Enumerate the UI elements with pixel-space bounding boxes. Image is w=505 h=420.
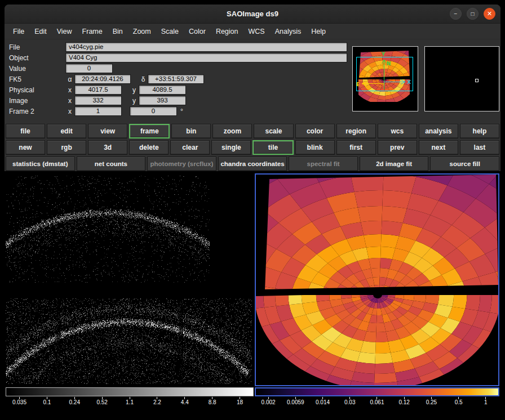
menu-region[interactable]: Region xyxy=(211,25,243,38)
menu-frame[interactable]: Frame xyxy=(77,25,108,38)
object-field[interactable]: V404 Cyg xyxy=(65,53,347,62)
close-button[interactable]: ✕ xyxy=(484,8,495,20)
info-rows: File v404cyg.pie Object V404 Cyg Value 0… xyxy=(5,42,347,117)
frame-prev-button[interactable]: prev xyxy=(378,140,417,155)
toolbar-row-2: new rgb 3d delete clear single tile blin… xyxy=(6,140,499,155)
colorbar-tick-label: 0.1 xyxy=(43,400,51,405)
frame-new-button[interactable]: new xyxy=(6,140,45,155)
chandra-coordinates-button[interactable]: chandra coordinates xyxy=(218,157,287,171)
2d-image-fit-button[interactable]: 2d image fit xyxy=(360,157,429,171)
colorbar-tick-label: 2.2 xyxy=(153,400,161,405)
panner-canvas[interactable] xyxy=(353,47,418,111)
frame2-image[interactable] xyxy=(256,175,498,385)
colorbar-tick-label: 0.0059 xyxy=(287,400,304,405)
menu-edit[interactable]: Edit xyxy=(29,25,52,38)
image-area: 0.035 0.1 0.24 0.52 1.1 2.2 4.4 8.8 18 0… xyxy=(5,171,500,415)
frame-rotation-field[interactable]: 0 xyxy=(130,106,177,116)
menu-wcs[interactable]: WCS xyxy=(243,25,270,38)
file-field[interactable]: v404cyg.pie xyxy=(65,42,347,52)
colorbar-frame1: 0.035 0.1 0.24 0.52 1.1 2.2 4.4 8.8 18 xyxy=(6,387,254,406)
frame-x-label: x xyxy=(65,108,74,115)
menu-zoom[interactable]: Zoom xyxy=(128,25,156,38)
toolbar-row-3: statistics (dmstat) net counts photometr… xyxy=(6,157,499,171)
frame-3d-button[interactable]: 3d xyxy=(88,140,127,155)
frame1-image[interactable] xyxy=(6,173,254,386)
frame-delete-button[interactable]: delete xyxy=(129,140,169,155)
menu-help[interactable]: Help xyxy=(306,25,331,38)
toolbar-help-button[interactable]: help xyxy=(460,124,499,138)
toolbar-wcs-button[interactable]: wcs xyxy=(378,124,417,138)
inferno-colorbar[interactable] xyxy=(255,387,499,396)
frame-single-button[interactable]: single xyxy=(211,140,251,155)
info-row-object: Object V404 Cyg xyxy=(5,52,347,63)
spectral-fit-button: spectral fit xyxy=(289,157,358,171)
toolbar-color-button[interactable]: color xyxy=(295,124,335,138)
toolbar-file-button[interactable]: file xyxy=(6,124,45,138)
colorbar-tick-label: 0.035 xyxy=(12,400,26,405)
info-row-value: Value 0 xyxy=(5,63,347,74)
physical-y-field[interactable]: 4089.5 xyxy=(139,85,186,95)
info-row-frame: Frame 2 x 1 0 ° xyxy=(5,106,347,117)
info-row-image: Image x 332 y 393 xyxy=(5,95,347,106)
toolbar-analysis-button[interactable]: analysis xyxy=(419,124,458,138)
value-field[interactable]: 0 xyxy=(65,64,113,73)
image-x-field[interactable]: 332 xyxy=(74,96,122,105)
frame-last-button[interactable]: last xyxy=(460,140,499,155)
photometry-button: photometry (srcflux) xyxy=(147,157,216,171)
dec-field[interactable]: +33:51:59.307 xyxy=(148,74,204,84)
info-panel: File v404cyg.pie Object V404 Cyg Value 0… xyxy=(5,39,500,123)
menu-color[interactable]: Color xyxy=(184,25,211,38)
ds9-window: SAOImage ds9 − □ ✕ File Edit View Frame … xyxy=(5,5,500,415)
toolbar-scale-button[interactable]: scale xyxy=(254,124,293,138)
file-label: File xyxy=(5,43,65,51)
window-controls: − □ ✕ xyxy=(450,5,495,23)
frame-clear-button[interactable]: clear xyxy=(170,140,210,155)
toolbar-frame-button[interactable]: frame xyxy=(129,124,170,138)
degree-symbol: ° xyxy=(180,108,183,115)
window-title: SAOImage ds9 xyxy=(227,10,278,18)
frame1[interactable] xyxy=(6,173,254,386)
colorbar-tick-label: 0.52 xyxy=(96,400,107,405)
frame-first-button[interactable]: first xyxy=(336,140,376,155)
frame-zoom-field[interactable]: 1 xyxy=(74,106,122,116)
maximize-button[interactable]: □ xyxy=(467,8,479,20)
toolbar-view-button[interactable]: view xyxy=(88,124,127,138)
fk5-label: FK5 xyxy=(5,75,65,83)
image-label: Image xyxy=(5,97,65,105)
colorbar-frame2: 0.002 0.0059 0.014 0.03 0.061 0.12 0.25 … xyxy=(255,387,499,406)
statistics-button[interactable]: statistics (dmstat) xyxy=(6,157,75,171)
frame-next-button[interactable]: next xyxy=(419,140,458,155)
net-counts-button[interactable]: net counts xyxy=(77,157,146,171)
source-fill-button[interactable]: source fill xyxy=(430,157,499,171)
info-row-file: File v404cyg.pie xyxy=(5,42,347,52)
toolbar-edit-button[interactable]: edit xyxy=(47,124,86,138)
colorbar-tick-label: 0.061 xyxy=(370,400,384,405)
menu-analysis[interactable]: Analysis xyxy=(270,25,307,38)
titlebar[interactable]: SAOImage ds9 − □ ✕ xyxy=(5,5,500,24)
delta-symbol: δ xyxy=(139,75,148,83)
magnifier-cursor-box xyxy=(475,79,479,82)
colorbar-tick-label: 0.24 xyxy=(69,400,79,405)
frame-rgb-button[interactable]: rgb xyxy=(47,140,86,155)
colorbar-tick-label: 0.014 xyxy=(316,400,330,405)
menu-file[interactable]: File xyxy=(8,25,29,38)
info-row-fk5: FK5 α 20:24:09.4126 δ +33:51:59.307 xyxy=(5,74,347,84)
colorbar-tick-label: 8.8 xyxy=(209,400,216,405)
grayscale-colorbar[interactable] xyxy=(6,387,254,396)
physical-x-field[interactable]: 4017.5 xyxy=(74,85,122,95)
frame-blink-button[interactable]: blink xyxy=(295,140,335,155)
physical-label: Physical xyxy=(5,86,65,94)
image-y-field[interactable]: 393 xyxy=(139,96,186,105)
menu-view[interactable]: View xyxy=(52,25,77,38)
toolbar-bin-button[interactable]: bin xyxy=(171,124,211,138)
frame-tile-button[interactable]: tile xyxy=(252,140,293,155)
colorbar-tick-label: 1.1 xyxy=(126,400,134,405)
toolbar-zoom-button[interactable]: zoom xyxy=(212,124,252,138)
toolbar-region-button[interactable]: region xyxy=(336,124,376,138)
panner[interactable] xyxy=(352,46,418,111)
frame2-active[interactable] xyxy=(255,173,499,386)
ra-field[interactable]: 20:24:09.4126 xyxy=(74,74,131,84)
menu-bin[interactable]: Bin xyxy=(108,25,128,38)
menu-scale[interactable]: Scale xyxy=(156,25,184,38)
minimize-button[interactable]: − xyxy=(450,8,462,20)
